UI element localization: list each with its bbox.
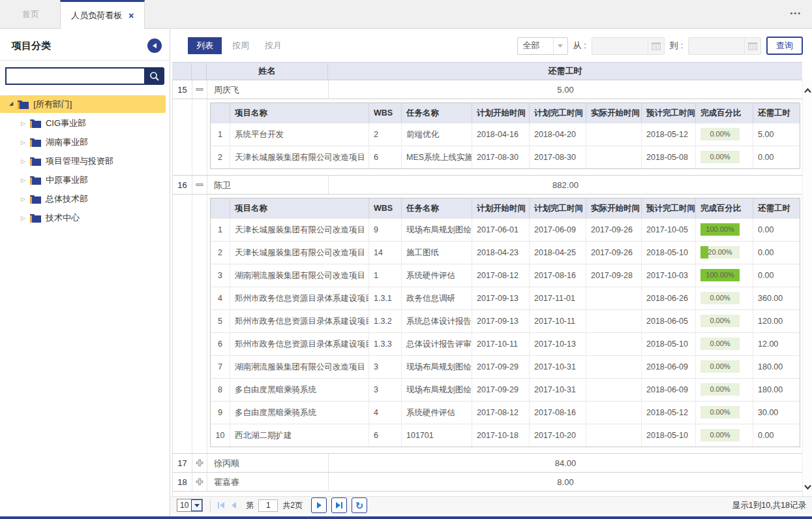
person-row[interactable]: 15周庆飞5.00 [173, 80, 802, 99]
task-cell-project: 天津长城服装集团有限公司改造项目 [230, 219, 369, 241]
refresh-button[interactable]: ↻ [352, 497, 367, 513]
prev-page-button[interactable] [232, 502, 236, 509]
next-page-button[interactable] [311, 497, 327, 513]
last-page-button[interactable] [331, 497, 347, 513]
task-progress-cell: 0.00% [696, 356, 753, 378]
caret-collapsed-icon[interactable]: ▷ [21, 139, 25, 146]
task-cell-task: 现场布局规划图绘 [402, 379, 472, 401]
task-progress-cell: 0.00% [696, 146, 753, 168]
task-cell-project: 系统平台开发 [230, 123, 369, 146]
tab-home[interactable]: 首页 [13, 0, 48, 29]
vertical-scrollbar[interactable] [802, 80, 812, 497]
search-button[interactable] [144, 67, 164, 85]
folder-icon [30, 176, 41, 185]
query-button[interactable]: 查询 [766, 37, 803, 55]
refresh-icon: ↻ [355, 501, 364, 511]
folder-icon [30, 157, 41, 166]
task-header-cell: WBS [369, 198, 402, 218]
person-row[interactable]: 18霍嘉睿8.00 [173, 473, 802, 492]
task-cell-remaining: 120.00 [753, 310, 800, 332]
progress-label: 0.00% [700, 429, 740, 441]
tree-node-all-departments[interactable]: ◢ [所有部门] [0, 95, 166, 113]
caret-collapsed-icon[interactable]: ▷ [21, 158, 25, 165]
task-cell-wbs: 9 [369, 219, 402, 241]
progress-badge: 0.00% [700, 360, 740, 373]
person-row[interactable]: 17徐丙顺84.00 [173, 454, 802, 473]
toolbar: 列表 按周 按月 全部 从 : 到 : [171, 29, 812, 61]
progress-label: 100.00% [700, 269, 740, 281]
task-cell-remaining: 0.00 [753, 146, 800, 168]
view-tab-by-week[interactable]: 按周 [228, 37, 253, 54]
task-row: 1天津长城服装集团有限公司改造项目9现场布局规划图绘2017-06-012017… [211, 218, 800, 241]
caret-collapsed-icon[interactable]: ▷ [21, 177, 25, 183]
folder-icon [30, 195, 41, 204]
task-cell-remaining: 5.00 [753, 123, 800, 146]
view-tab-by-month[interactable]: 按月 [261, 37, 286, 54]
tab-personnel-load-board[interactable]: 人员负荷看板 × [60, 0, 145, 29]
collapse-row-button[interactable] [192, 176, 207, 194]
page-number-input[interactable] [258, 499, 278, 512]
first-page-button[interactable] [218, 502, 224, 509]
caret-expanded-icon[interactable]: ◢ [9, 101, 13, 106]
task-seq: 3 [211, 264, 230, 287]
person-remaining-hours: 8.00 [329, 473, 802, 491]
task-table: 项目名称WBS任务名称计划开始时间计划完工时间实际开始时间预计完工时间完成百分比… [210, 102, 800, 169]
view-tab-list[interactable]: 列表 [188, 37, 222, 54]
caret-collapsed-icon[interactable]: ▷ [21, 215, 25, 221]
person-name: 陈卫 [207, 176, 329, 194]
collapse-row-button[interactable] [192, 80, 207, 99]
subgrid-row: 项目名称WBS任务名称计划开始时间计划完工时间实际开始时间预计完工时间完成百分比… [173, 99, 802, 176]
task-cell-remaining: 360.00 [753, 287, 800, 309]
task-cell-plan_start: 2017-09-13 [472, 287, 530, 309]
tree-node-department[interactable]: ▷技术中心 [0, 209, 166, 227]
caret-collapsed-icon[interactable]: ▷ [21, 196, 25, 202]
more-menu-icon[interactable]: ••• [790, 9, 802, 17]
task-cell-plan_start: 2017-08-30 [472, 146, 530, 168]
task-cell-wbs: 1.3.2 [369, 310, 402, 332]
task-cell-actual_start [586, 310, 642, 332]
search-icon [149, 71, 160, 82]
category-search-input[interactable] [5, 67, 144, 85]
task-seq: 10 [211, 424, 230, 447]
progress-label: 20.00% [700, 246, 740, 259]
tree-node-department[interactable]: ▷湖南事业部 [0, 133, 166, 151]
close-icon[interactable]: × [128, 10, 134, 21]
task-cell-plan_start: 2017-06-01 [472, 219, 530, 241]
expand-plus-icon [196, 459, 203, 467]
tree-node-department[interactable]: ▷CIG事业部 [0, 114, 166, 132]
tree-node-department[interactable]: ▷项目管理与投资部 [0, 152, 166, 170]
tab-label: 人员负荷看板 [71, 10, 122, 22]
calendar-icon [652, 42, 661, 50]
task-header-cell: 任务名称 [402, 198, 472, 218]
subgrid-gutter [173, 99, 192, 175]
tree-node-department[interactable]: ▷总体技术部 [0, 190, 166, 208]
tab-bar: 首页 人员负荷看板 × ••• [0, 0, 812, 29]
task-cell-wbs: 1.3.3 [369, 333, 402, 355]
sidebar-collapse-button[interactable] [147, 39, 162, 53]
expand-row-button[interactable] [192, 454, 207, 472]
task-cell-plan_end: 2017-10-31 [530, 379, 586, 401]
progress-badge: 0.00% [700, 406, 740, 418]
person-row[interactable]: 16陈卫882.00 [173, 176, 802, 195]
main-panel: 列表 按周 按月 全部 从 : 到 : [171, 29, 812, 516]
from-date-input[interactable] [592, 37, 665, 55]
expand-plus-icon [196, 478, 203, 486]
scroll-down-icon[interactable] [803, 482, 812, 492]
to-date-input[interactable] [688, 37, 761, 55]
scroll-up-icon[interactable] [803, 86, 812, 95]
task-cell-est_end: 2017-10-03 [642, 264, 696, 287]
folder-icon [30, 213, 41, 223]
task-table-header: 项目名称WBS任务名称计划开始时间计划完工时间实际开始时间预计完工时间完成百分比… [211, 103, 800, 123]
tree-node-department[interactable]: ▷中原事业部 [0, 171, 166, 189]
task-header-cell: 计划完工时间 [530, 198, 586, 218]
task-table: 项目名称WBS任务名称计划开始时间计划完工时间实际开始时间预计完工时间完成百分比… [210, 198, 800, 447]
task-cell-wbs: 14 [369, 242, 402, 264]
task-cell-plan_start: 2018-04-16 [472, 123, 530, 146]
filter-dropdown[interactable]: 全部 [517, 37, 568, 55]
caret-collapsed-icon[interactable]: ▷ [21, 120, 25, 127]
expand-row-button[interactable] [192, 473, 207, 491]
task-row: 1系统平台开发2前端优化2018-04-162018-04-202018-05-… [211, 123, 800, 146]
task-cell-est_end: 2018-05-08 [642, 146, 696, 168]
page-size-select[interactable]: 10 [177, 499, 203, 512]
row-number: 18 [173, 473, 192, 491]
